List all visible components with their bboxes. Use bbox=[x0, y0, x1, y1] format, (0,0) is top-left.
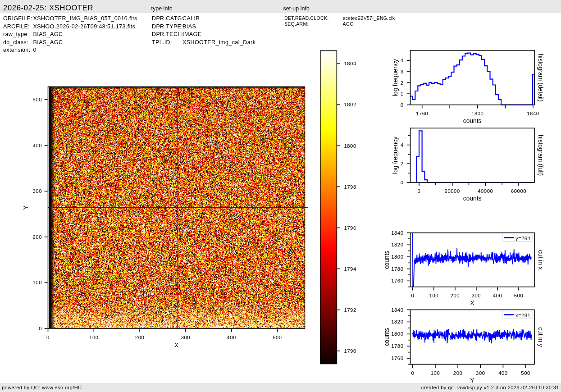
svg-text:300: 300 bbox=[33, 188, 42, 194]
svg-text:1820: 1820 bbox=[391, 319, 403, 324]
svg-text:histogram (full): histogram (full) bbox=[537, 135, 544, 176]
svg-text:300: 300 bbox=[472, 293, 481, 298]
svg-text:1840: 1840 bbox=[527, 111, 539, 116]
svg-text:created by qc_rawdisp.py v1.2.: created by qc_rawdisp.py v1.2.3 on 2026-… bbox=[421, 385, 559, 390]
svg-text:type info: type info bbox=[151, 5, 173, 12]
svg-text:100: 100 bbox=[33, 280, 42, 285]
svg-text:100: 100 bbox=[89, 335, 99, 340]
svg-text:40000: 40000 bbox=[478, 188, 493, 194]
svg-text:1794: 1794 bbox=[344, 266, 356, 272]
svg-text:powered by QC: www.eso.org/HC: powered by QC: www.eso.org/HC bbox=[2, 385, 82, 390]
svg-text:1780: 1780 bbox=[391, 343, 403, 349]
svg-text:XSHOO.2026-02-26T09:48:51.173.: XSHOO.2026-02-26T09:48:51.173.fits bbox=[33, 23, 136, 30]
svg-text:200: 200 bbox=[33, 234, 42, 240]
svg-text:200: 200 bbox=[135, 335, 145, 340]
svg-text:1792: 1792 bbox=[344, 307, 356, 313]
svg-text:extension:: extension: bbox=[3, 47, 30, 53]
svg-text:1780: 1780 bbox=[391, 266, 403, 272]
svg-text:3: 3 bbox=[401, 69, 404, 74]
svg-text:1840: 1840 bbox=[391, 230, 403, 236]
svg-text:X: X bbox=[174, 342, 178, 349]
svg-text:1796: 1796 bbox=[344, 225, 356, 231]
svg-text:y=264: y=264 bbox=[515, 236, 530, 241]
svg-text:1760: 1760 bbox=[391, 356, 403, 361]
svg-text:XSHOOTER_img_cal_Dark: XSHOOTER_img_cal_Dark bbox=[182, 39, 256, 46]
svg-text:300: 300 bbox=[476, 370, 485, 376]
svg-text:60000: 60000 bbox=[511, 188, 526, 194]
svg-text:raw_type:: raw_type: bbox=[3, 31, 29, 37]
svg-text:BIAS_AGC: BIAS_AGC bbox=[33, 31, 63, 37]
svg-text:0: 0 bbox=[46, 335, 50, 340]
svg-text:DET.READ.CLOCK:: DET.READ.CLOCK: bbox=[284, 15, 328, 21]
svg-text:1760: 1760 bbox=[416, 111, 428, 116]
svg-text:1804: 1804 bbox=[344, 61, 356, 66]
svg-text:100: 100 bbox=[431, 370, 440, 376]
svg-text:do_class:: do_class: bbox=[3, 39, 28, 46]
svg-text:0: 0 bbox=[418, 188, 421, 194]
svg-text:1790: 1790 bbox=[344, 348, 356, 354]
svg-text:1: 1 bbox=[401, 91, 404, 96]
svg-text:x=281: x=281 bbox=[515, 313, 530, 318]
svg-text:counts: counts bbox=[383, 251, 390, 269]
svg-text:DPR.TYPE:: DPR.TYPE: bbox=[152, 23, 183, 30]
svg-text:BIAS_AGC: BIAS_AGC bbox=[33, 39, 63, 46]
svg-text:1800: 1800 bbox=[391, 254, 403, 260]
svg-text:200: 200 bbox=[453, 370, 463, 376]
svg-text:ORIGFILE:: ORIGFILE: bbox=[3, 15, 32, 22]
svg-text:1820: 1820 bbox=[391, 242, 403, 247]
svg-text:200: 200 bbox=[451, 293, 460, 298]
svg-text:1800: 1800 bbox=[344, 143, 356, 149]
svg-text:ARCFILE:: ARCFILE: bbox=[3, 23, 30, 30]
svg-text:4: 4 bbox=[401, 58, 404, 63]
svg-text:100: 100 bbox=[429, 293, 439, 298]
svg-text:DPR.TECH:: DPR.TECH: bbox=[152, 31, 184, 37]
svg-text:IMAGE: IMAGE bbox=[182, 31, 201, 37]
svg-text:1840: 1840 bbox=[391, 307, 403, 313]
svg-text:20000: 20000 bbox=[445, 188, 460, 194]
svg-text:0: 0 bbox=[401, 102, 404, 108]
svg-text:log frequency: log frequency bbox=[392, 59, 399, 96]
svg-text:counts: counts bbox=[383, 328, 390, 346]
svg-text:acetecE2V57I_ENG.clk: acetecE2V57I_ENG.clk bbox=[343, 15, 395, 21]
svg-text:SEQ.ARM:: SEQ.ARM: bbox=[284, 21, 309, 27]
svg-text:X: X bbox=[470, 300, 474, 306]
svg-text:counts: counts bbox=[463, 118, 482, 124]
svg-text:2: 2 bbox=[401, 80, 404, 86]
svg-text:TPL.ID:: TPL.ID: bbox=[152, 39, 172, 46]
svg-text:1802: 1802 bbox=[344, 102, 356, 107]
svg-text:set-up info: set-up info bbox=[283, 5, 310, 12]
svg-text:500: 500 bbox=[514, 293, 524, 298]
svg-text:AGC: AGC bbox=[343, 21, 354, 27]
svg-text:counts: counts bbox=[463, 195, 482, 202]
svg-text:4: 4 bbox=[401, 142, 404, 148]
svg-text:500: 500 bbox=[273, 335, 282, 340]
svg-text:500: 500 bbox=[521, 370, 530, 376]
svg-text:400: 400 bbox=[498, 370, 508, 376]
svg-text:DPR.CATG:: DPR.CATG: bbox=[152, 15, 183, 22]
svg-text:Y: Y bbox=[470, 377, 474, 384]
svg-text:XSHOOTER_IMG_BIAS_057_0010.fit: XSHOOTER_IMG_BIAS_057_0010.fits bbox=[33, 15, 137, 22]
svg-text:1800: 1800 bbox=[471, 111, 483, 116]
svg-text:400: 400 bbox=[493, 293, 502, 298]
svg-text:Y: Y bbox=[23, 205, 29, 210]
svg-text:0: 0 bbox=[411, 293, 414, 298]
svg-text:300: 300 bbox=[181, 335, 191, 340]
svg-text:0: 0 bbox=[39, 326, 42, 331]
svg-text:400: 400 bbox=[227, 335, 236, 340]
svg-text:1798: 1798 bbox=[344, 184, 356, 190]
svg-text:histogram (detail): histogram (detail) bbox=[537, 54, 544, 102]
svg-text:BIAS: BIAS bbox=[182, 23, 196, 30]
svg-text:log frequency: log frequency bbox=[392, 137, 399, 174]
svg-text:0: 0 bbox=[411, 370, 414, 376]
svg-text:0: 0 bbox=[401, 180, 404, 185]
svg-text:CALIB: CALIB bbox=[182, 15, 200, 22]
svg-text:400: 400 bbox=[33, 143, 42, 148]
svg-text:0: 0 bbox=[33, 47, 36, 53]
svg-text:cut in y: cut in y bbox=[537, 327, 544, 347]
svg-text:500: 500 bbox=[33, 97, 42, 102]
svg-text:2026-02-25: XSHOOTER: 2026-02-25: XSHOOTER bbox=[3, 4, 93, 12]
svg-text:1760: 1760 bbox=[391, 278, 403, 283]
svg-text:1800: 1800 bbox=[391, 331, 403, 337]
svg-text:2: 2 bbox=[401, 161, 404, 166]
svg-text:cut in x: cut in x bbox=[537, 250, 544, 270]
